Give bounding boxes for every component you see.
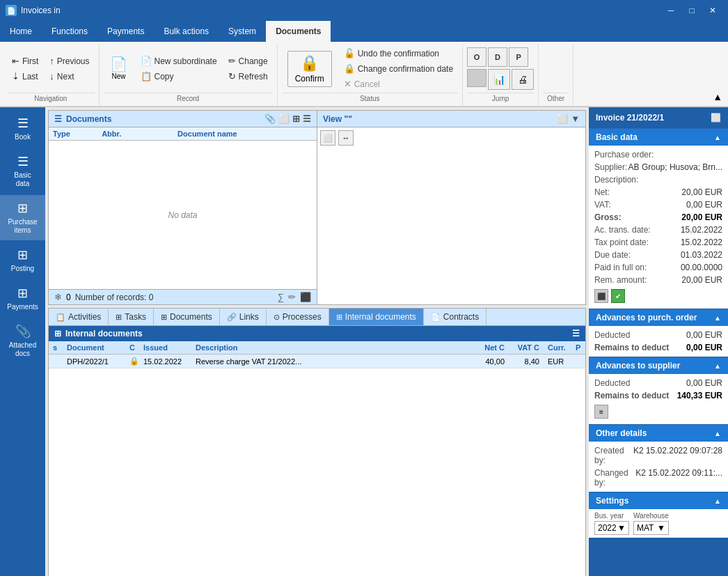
bus-year-label: Bus. year [594, 512, 629, 520]
previous-button[interactable]: ↑ Previous [45, 54, 94, 68]
documents-title: Documents [66, 114, 111, 124]
view-header-icons: ⬜ ▼ [557, 114, 580, 124]
refresh-button[interactable]: ↻ Refresh [223, 69, 273, 84]
internal-docs-menu-icon[interactable]: ☰ [572, 329, 580, 338]
activities-tab-label: Activities [68, 312, 101, 322]
first-button[interactable]: ⇤ First [7, 54, 43, 68]
tab-contracts[interactable]: 📄 Contracts [424, 309, 486, 325]
other-details-chevron: ▲ [714, 430, 721, 437]
panel-header-left: ☰ Documents [54, 114, 111, 124]
edit-icon[interactable]: ✏ [288, 292, 296, 302]
supplier-remains-row: Remains to deduct 140,33 EUR [589, 389, 728, 402]
tab-home[interactable]: Home [0, 21, 42, 42]
cancel-button[interactable]: ✕ Cancel [339, 77, 458, 91]
sidebar-item-basic-data[interactable]: ☰ Basicdata [0, 148, 45, 194]
title-bar: 📄 Invoices in ─ □ ✕ [0, 0, 728, 21]
tab-activities[interactable]: 📋 Activities [49, 309, 109, 325]
view-collapse-icon[interactable]: ▼ [571, 114, 580, 124]
sidebar-item-posting[interactable]: ⊞ Posting [0, 242, 45, 279]
tab-links[interactable]: 🔗 Links [220, 309, 267, 325]
rp-basic-header[interactable]: Basic data ▲ [589, 129, 728, 146]
view-tool-btn1[interactable]: ⬜ [320, 130, 335, 146]
rp-advances-purch-header[interactable]: Advances to purch. order ▲ [589, 309, 728, 326]
d-button[interactable]: D [488, 47, 507, 67]
rp-section-advances-purch: Advances to purch. order ▲ Deducted 0,00… [589, 309, 728, 357]
tab-tasks[interactable]: ⊞ Tasks [109, 309, 154, 325]
chart-button[interactable]: 📊 [488, 69, 510, 90]
rp-gray-btn[interactable]: ⬛ [594, 289, 608, 303]
rp-title-icon: ⬜ [711, 113, 721, 123]
ribbon-collapse-btn[interactable]: ▲ [713, 91, 722, 102]
cancel-icon: ✕ [344, 79, 351, 89]
sidebar-item-attached-docs[interactable]: 📎 Attacheddocs [0, 318, 45, 364]
rem-row: Rem. amount: 20,00 EUR [589, 274, 728, 286]
rp-other-header[interactable]: Other details ▲ [589, 425, 728, 442]
view-expand-icon[interactable]: ⬜ [557, 114, 568, 124]
new-subordinate-button[interactable]: 📄 New subordinate [136, 54, 222, 68]
right-panel: Invoice 21/2022/1 ⬜ Basic data ▲ Purchas… [589, 107, 728, 576]
documents-table-body: No data [49, 141, 317, 289]
attach-icon[interactable]: 📎 [264, 114, 276, 124]
posting-label: Posting [11, 265, 34, 273]
minimize-button[interactable]: ─ [661, 3, 681, 18]
tab-documents[interactable]: ⊞ Documents [154, 309, 220, 325]
documents-table-header: Type Abbr. Document name [49, 127, 317, 141]
tab-payments[interactable]: Payments [97, 21, 154, 42]
purchase-order-label: Purchase order: [594, 150, 722, 159]
bottom-section: 📋 Activities ⊞ Tasks ⊞ Documents 🔗 Links… [48, 308, 586, 576]
change-date-button[interactable]: 🔒 Change confirmation date [339, 61, 458, 76]
settings-chevron: ▲ [714, 497, 721, 505]
odp-col: O D P 📊 🖨 [467, 47, 534, 90]
bus-year-select[interactable]: 2022 ▼ [594, 521, 629, 535]
links-tab-icon: 🔗 [227, 313, 237, 322]
tab-internal-docs[interactable]: ⊞ Internal documents [329, 309, 424, 325]
change-date-icon: 🔒 [344, 63, 355, 74]
vat-label: VAT: [594, 200, 686, 210]
new-button[interactable]: 📄 New [104, 54, 134, 83]
last-button[interactable]: ⇣ Last [7, 69, 43, 84]
grid-icon[interactable]: ⊞ [292, 114, 300, 124]
basic-data-chevron: ▲ [714, 134, 721, 141]
change-button[interactable]: ✏ Change [223, 54, 273, 68]
view-tool-btn2[interactable]: ↔ [338, 130, 354, 146]
copy-button[interactable]: 📋 Copy [136, 69, 222, 84]
tasks-tab-icon: ⊞ [116, 313, 122, 322]
warehouse-select[interactable]: MAT ▼ [633, 521, 669, 535]
tab-bulk-actions[interactable]: Bulk actions [154, 21, 219, 42]
tab-system[interactable]: System [219, 21, 266, 42]
table-row[interactable]: DPH/2022/1 🔒 15.02.2022 Reverse charge V… [49, 355, 585, 368]
sidebar-item-book[interactable]: ☰ Book [0, 110, 45, 147]
tab-documents[interactable]: Documents [266, 21, 331, 42]
change-icon: ✏ [228, 56, 236, 66]
record-small-col: 📄 New subordinate 📋 Copy [136, 54, 222, 84]
tabs-bar: 📋 Activities ⊞ Tasks ⊞ Documents 🔗 Links… [49, 309, 585, 326]
next-button[interactable]: ↓ Next [45, 69, 94, 84]
rp-advances-supplier-header[interactable]: Advances to supplier ▲ [589, 357, 728, 374]
confirm-button[interactable]: 🔒 Confirm [287, 51, 332, 87]
sidebar-item-purchase-items[interactable]: ⊞ Purchaseitems [0, 195, 45, 240]
folder-icon[interactable]: ⬜ [278, 114, 290, 124]
purch-deducted-value: 0,00 EUR [686, 330, 722, 340]
sigma-icon[interactable]: ∑ [278, 292, 284, 302]
ribbon-status-content: 🔒 Confirm 🔓 Undo the confirmation 🔒 Chan… [282, 46, 458, 91]
supplier-remains-label: Remains to deduct [594, 391, 677, 400]
close-button[interactable]: ✕ [703, 3, 722, 18]
sidebar-item-payments[interactable]: ⊞ Payments [0, 280, 45, 317]
export-icon[interactable]: ⬛ [300, 292, 311, 302]
print-button[interactable]: 🖨 [512, 69, 534, 90]
ac-trans-value: 15.02.2022 [681, 225, 722, 235]
description-label: Description: [594, 175, 722, 185]
rp-supplier-btn[interactable]: ≡ [594, 405, 608, 419]
tab-functions[interactable]: Functions [42, 21, 97, 42]
net-row: Net: 20,00 EUR [589, 186, 728, 199]
col-s: s [49, 341, 63, 354]
p-button[interactable]: P [509, 47, 528, 67]
rp-green-btn[interactable]: ✔ [611, 289, 625, 303]
o-button[interactable]: O [467, 47, 486, 67]
menu-icon[interactable]: ☰ [303, 114, 311, 124]
maximize-button[interactable]: □ [682, 3, 702, 18]
undo-confirm-button[interactable]: 🔓 Undo the confirmation [339, 46, 458, 61]
rp-settings-header[interactable]: Settings ▲ [589, 492, 728, 509]
rp-advances-supplier-body: Deducted 0,00 EUR Remains to deduct 140,… [589, 374, 728, 424]
tab-processes[interactable]: ⊙ Processes [267, 309, 329, 325]
